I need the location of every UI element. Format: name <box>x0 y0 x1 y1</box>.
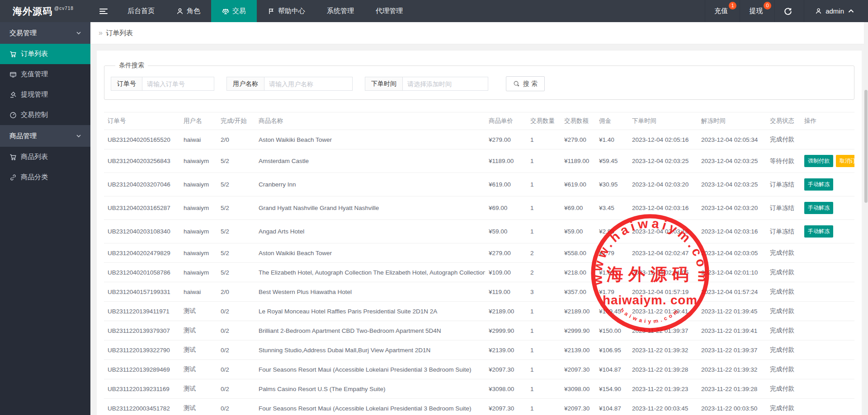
nav-item-system[interactable]: 系统管理 <box>316 0 365 22</box>
amount-cell: ¥357.00 <box>561 282 595 302</box>
quantity-cell: 1 <box>527 149 561 173</box>
nav-item-help-center[interactable]: 帮助中心 <box>257 0 316 22</box>
amount-cell: ¥558.00 <box>561 243 595 263</box>
table-row: UB2311220139379307测试0/2Brilliant 2-Bedro… <box>104 321 854 340</box>
user-name-cell: haiwaiym <box>180 196 217 220</box>
operation-cell: 强制付款取消订单 <box>801 149 854 173</box>
quantity-cell: 1 <box>527 379 561 399</box>
manual-unfreeze-button[interactable]: 手动解冻 <box>804 225 833 238</box>
order-number-cell: UB2312040201058786 <box>104 263 180 282</box>
flag-icon <box>268 8 275 15</box>
ratio-cell: 2/0 <box>217 282 255 302</box>
col-header-unit-price: 商品单价 <box>485 112 527 130</box>
order-no-input[interactable] <box>142 77 214 91</box>
order-number-cell: UB2312040203108340 <box>104 220 180 243</box>
link-icon <box>9 174 17 181</box>
quantity-cell: 1 <box>527 130 561 149</box>
trade-status-cell: 完成付款 <box>766 302 801 321</box>
breadcrumb: » 订单列表 <box>90 22 868 44</box>
username-input[interactable] <box>264 77 353 91</box>
order-time-cell: 2023-12-04 02:03:20 <box>628 173 698 196</box>
unfreeze-time-cell: 2023-11-22 01:39:45 <box>698 302 766 321</box>
refresh-icon <box>784 7 792 15</box>
sidebar-item-withdraw-management[interactable]: 提现管理 <box>0 84 90 105</box>
unit-price-cell: ¥2097.30 <box>485 399 527 415</box>
force-pay-button[interactable]: 强制付款 <box>804 155 833 167</box>
username-label: admin <box>826 7 844 15</box>
unfreeze-time-cell: 2023-12-04 02:03:25 <box>698 149 766 173</box>
order-time-input[interactable] <box>402 77 488 91</box>
sidebar-item-product-list[interactable]: 商品列表 <box>0 147 90 167</box>
search-panel: 条件搜索 订单号 用户名称 下单时间 搜 索 <box>104 61 854 100</box>
cancel-order-button[interactable]: 取消订单 <box>836 155 854 167</box>
user-menu[interactable]: admin <box>804 0 868 22</box>
nav-item-dashboard[interactable]: 后台首页 <box>117 0 165 22</box>
operation-cell <box>801 243 854 263</box>
col-header-product: 商品名称 <box>255 112 485 130</box>
unit-price-cell: ¥619.00 <box>485 173 527 196</box>
sidebar-group-product-management[interactable]: 商品管理 <box>0 125 90 147</box>
trade-status-cell: 订单冻结 <box>766 196 801 220</box>
recharge-button[interactable]: 充值 1 <box>705 0 740 22</box>
order-time-cell: 2023-11-22 01:39:41 <box>628 302 698 321</box>
nav-item-roles[interactable]: 角色 <box>165 0 211 22</box>
brand-logo: 海外源码 @cv718 <box>0 0 90 22</box>
col-header-order-time: 下单时间 <box>628 112 698 130</box>
nav-item-agent[interactable]: 代理管理 <box>365 0 414 22</box>
product-name-cell: Four Seasons Resort Maui (Accessible Lok… <box>255 399 485 415</box>
withdraw-button[interactable]: 提现 0 <box>740 0 774 22</box>
amount-cell: ¥1189.00 <box>561 149 595 173</box>
product-name-cell: Aston Waikiki Beach Tower <box>255 130 485 149</box>
trade-status-cell: 完成付款 <box>766 282 801 302</box>
nav-item-trade[interactable]: 交易 <box>211 0 257 22</box>
table-row: UB2312040203165287haiwaiym5/2Grand Hyatt… <box>104 196 854 220</box>
trade-status-cell: 订单冻结 <box>766 173 801 196</box>
search-button[interactable]: 搜 索 <box>506 76 545 91</box>
sidebar-item-product-category[interactable]: 商品分类 <box>0 167 90 187</box>
ratio-cell: 0/2 <box>217 302 255 321</box>
col-header-username: 用户名 <box>180 112 217 130</box>
refresh-button[interactable] <box>774 0 804 22</box>
col-header-unfreeze-time: 解冻时间 <box>698 112 766 130</box>
table-row: UB2312040202479829haiwaiym5/2Aston Waiki… <box>104 243 854 263</box>
trade-status-cell: 完成付款 <box>766 360 801 379</box>
table-row: UB2312040205165520haiwai2/0Aston Waikiki… <box>104 130 854 149</box>
quantity-cell: 1 <box>527 196 561 220</box>
user-name-cell: haiwaiym <box>180 173 217 196</box>
table-row: UB2311220139289469测试0/2Four Seasons Reso… <box>104 360 854 379</box>
col-header-quantity: 交易数量 <box>527 112 561 130</box>
scrollbar-thumb[interactable] <box>864 90 868 203</box>
order-time-cell: 2023-11-22 01:39:23 <box>628 379 698 399</box>
credit-card-icon <box>9 71 17 78</box>
order-time-cell: 2023-11-22 00:03:45 <box>628 399 698 415</box>
manual-unfreeze-button[interactable]: 手动解冻 <box>804 178 833 191</box>
order-number-cell: UB2311220139411971 <box>104 302 180 321</box>
unit-price-cell: ¥279.00 <box>485 243 527 263</box>
order-time-cell: 2023-12-04 02:03:10 <box>628 220 698 243</box>
commission-cell: ¥1.40 <box>595 130 628 149</box>
order-number-cell: UB2311220003451782 <box>104 399 180 415</box>
order-time-cell: 2023-12-04 02:01:05 <box>628 263 698 282</box>
table-row: UB2311220003451782测试0/2Four Seasons Reso… <box>104 399 854 415</box>
product-name-cell: Angad Arts Hotel <box>255 220 485 243</box>
operation-cell <box>801 282 854 302</box>
sidebar-item-trade-control[interactable]: 交易控制 <box>0 105 90 125</box>
sidebar-item-recharge-management[interactable]: 充值管理 <box>0 64 90 84</box>
scrollbar-track[interactable] <box>864 22 868 415</box>
product-name-cell: Brilliant 2-Bedroom Apartment CBD Two-Be… <box>255 321 485 340</box>
sidebar-item-order-list[interactable]: 订单列表 <box>0 44 90 64</box>
amount-cell: ¥2999.90 <box>561 321 595 340</box>
orders-table: 订单号 用户名 完成/开始 商品名称 商品单价 交易数量 交易数额 佣金 下单时… <box>104 112 854 415</box>
sidebar-group-trade-management[interactable]: 交易管理 <box>0 22 90 44</box>
table-row: UB2311220139411971测试0/2Le Royal Monceau … <box>104 302 854 321</box>
order-time-label: 下单时间 <box>365 77 402 91</box>
col-header-ratio: 完成/开始 <box>217 112 255 130</box>
order-number-cell: UB2311220139289469 <box>104 360 180 379</box>
menu-toggle-button[interactable] <box>90 0 117 22</box>
gavel-icon <box>9 91 17 98</box>
product-name-cell: Stunning Studio,Address Dubai Mall,Burj … <box>255 340 485 360</box>
commission-cell: ¥154.90 <box>595 379 628 399</box>
manual-unfreeze-button[interactable]: 手动解冻 <box>804 202 833 214</box>
ratio-cell: 5/2 <box>217 173 255 196</box>
col-header-operation: 操作 <box>801 112 854 130</box>
